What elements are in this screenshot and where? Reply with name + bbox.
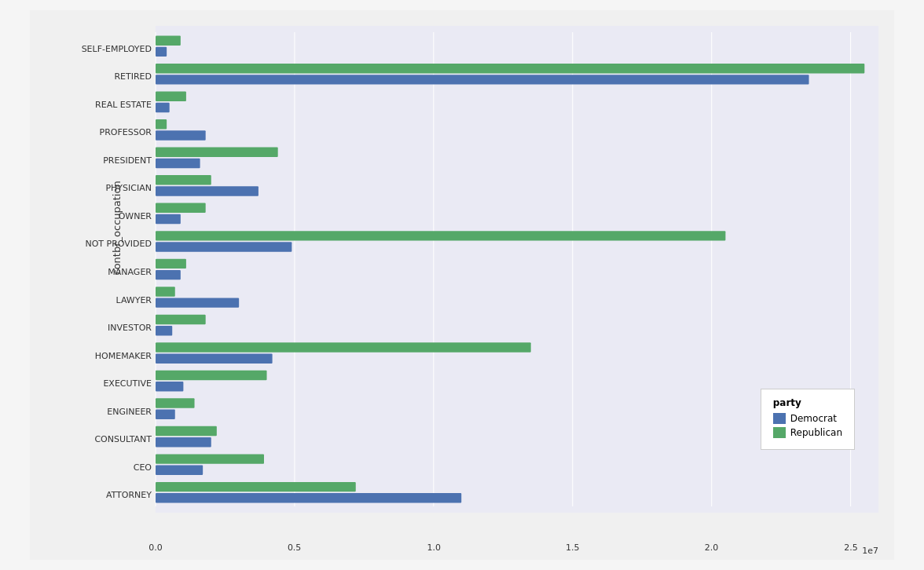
svg-rect-48 (156, 426, 217, 436)
svg-text:LAWYER: LAWYER (116, 295, 152, 305)
legend-label-democrat: Democrat (790, 413, 837, 424)
svg-rect-34 (156, 298, 239, 307)
svg-rect-49 (156, 437, 211, 447)
svg-rect-52 (156, 466, 203, 475)
svg-rect-16 (156, 130, 206, 140)
svg-rect-9 (156, 64, 864, 73)
svg-rect-13 (156, 103, 170, 112)
legend-label-republican: Republican (790, 427, 842, 438)
svg-rect-18 (156, 148, 278, 157)
x-tick-4: 2.0 (705, 543, 719, 553)
legend-item-republican: Republican (773, 427, 842, 438)
svg-text:CONSULTANT: CONSULTANT (94, 434, 152, 444)
x-tick-2: 1.0 (427, 543, 441, 553)
svg-text:MANAGER: MANAGER (108, 267, 152, 277)
svg-rect-31 (156, 270, 181, 280)
svg-text:OWNER: OWNER (119, 211, 152, 221)
svg-rect-19 (156, 159, 200, 168)
svg-text:NOT PROVIDED: NOT PROVIDED (85, 239, 152, 249)
svg-rect-33 (156, 287, 175, 296)
x-tick-5: 2.5 (844, 543, 858, 553)
svg-rect-55 (156, 493, 461, 502)
svg-text:HOMEMAKER: HOMEMAKER (95, 351, 152, 361)
svg-text:PRESIDENT: PRESIDENT (103, 155, 152, 166)
svg-text:ATTORNEY: ATTORNEY (106, 490, 152, 500)
svg-text:ENGINEER: ENGINEER (107, 407, 152, 417)
svg-rect-25 (156, 214, 181, 224)
svg-text:REAL ESTATE: REAL ESTATE (95, 100, 152, 110)
chart-container: contbr_occupation SELF-EMPLOYEDRETIREDRE… (30, 10, 894, 560)
x-tick-0: 0.0 (148, 543, 163, 553)
svg-text:RETIRED: RETIRED (114, 71, 152, 82)
svg-text:INVESTOR: INVESTOR (108, 323, 152, 333)
y-axis-label: contbr_occupation (111, 181, 123, 275)
svg-text:PROFESSOR: PROFESSOR (100, 127, 152, 137)
svg-rect-12 (156, 92, 186, 101)
republican-color-swatch (773, 427, 786, 438)
svg-rect-10 (156, 75, 809, 84)
svg-rect-43 (156, 382, 183, 391)
svg-text:PHYSICIAN: PHYSICIAN (105, 183, 152, 193)
democrat-color-swatch (773, 413, 786, 424)
svg-rect-54 (156, 482, 356, 491)
svg-text:CEO: CEO (134, 462, 152, 473)
svg-rect-46 (156, 410, 175, 419)
svg-rect-27 (156, 231, 725, 240)
svg-rect-15 (156, 119, 167, 129)
svg-rect-36 (156, 315, 206, 324)
x-tick-3: 1.5 (566, 543, 580, 553)
svg-rect-21 (156, 175, 211, 185)
svg-rect-39 (156, 342, 531, 352)
svg-rect-7 (156, 47, 167, 57)
x-tick-1: 0.5 (288, 543, 302, 553)
legend-title: party (773, 397, 842, 408)
svg-text:EXECUTIVE: EXECUTIVE (103, 378, 152, 389)
svg-rect-22 (156, 186, 258, 195)
legend: party Democrat Republican (761, 389, 855, 450)
svg-text:SELF-EMPLOYED: SELF-EMPLOYED (82, 44, 152, 54)
svg-rect-30 (156, 259, 186, 269)
legend-item-democrat: Democrat (773, 413, 842, 424)
svg-rect-24 (156, 203, 206, 213)
svg-rect-6 (156, 35, 181, 45)
svg-rect-40 (156, 353, 273, 363)
svg-rect-28 (156, 242, 292, 251)
svg-rect-45 (156, 398, 195, 407)
x-axis-scale-label: 1e7 (862, 546, 878, 556)
svg-rect-51 (156, 454, 264, 463)
svg-rect-37 (156, 326, 172, 335)
svg-rect-42 (156, 371, 267, 380)
